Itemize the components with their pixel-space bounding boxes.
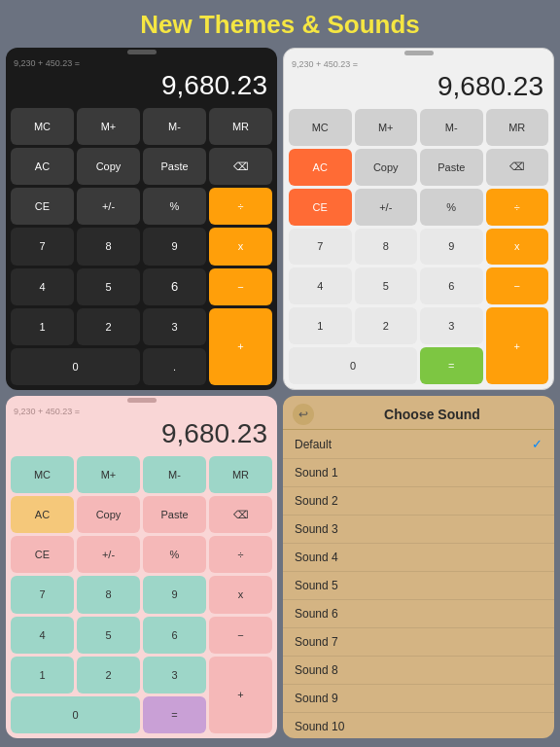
pink-6[interactable]: 6 bbox=[143, 617, 206, 654]
light-ce[interactable]: CE bbox=[289, 189, 352, 226]
sound-item-3[interactable]: Sound 3 bbox=[283, 516, 554, 544]
pink-4[interactable]: 4 bbox=[11, 617, 74, 654]
pink-3[interactable]: 3 bbox=[143, 657, 206, 694]
light-plus-minus[interactable]: +/- bbox=[355, 189, 418, 226]
pink-mc[interactable]: MC bbox=[11, 456, 74, 493]
dark-mr[interactable]: MR bbox=[209, 108, 272, 145]
sound-item-8[interactable]: Sound 8 bbox=[283, 657, 554, 685]
dark-plus-minus[interactable]: +/- bbox=[77, 188, 140, 225]
pink-multiply[interactable]: x bbox=[209, 576, 272, 613]
dark-7[interactable]: 7 bbox=[11, 228, 74, 265]
light-percent[interactable]: % bbox=[420, 189, 483, 226]
dark-6[interactable]: 6 bbox=[143, 268, 206, 305]
light-7[interactable]: 7 bbox=[289, 229, 352, 266]
dark-plus[interactable]: + bbox=[209, 308, 272, 385]
dark-3[interactable]: 3 bbox=[143, 308, 206, 345]
dark-backspace[interactable]: ⌫ bbox=[209, 148, 272, 185]
pink-5[interactable]: 5 bbox=[77, 617, 140, 654]
sound-back-button[interactable]: ↩ bbox=[293, 404, 314, 425]
dark-minus[interactable]: − bbox=[209, 268, 272, 305]
light-mc[interactable]: MC bbox=[289, 109, 352, 146]
pink-2[interactable]: 2 bbox=[77, 657, 140, 694]
dark-5[interactable]: 5 bbox=[77, 268, 140, 305]
pink-divide[interactable]: ÷ bbox=[209, 536, 272, 573]
sound-item-label: Sound 1 bbox=[295, 466, 338, 480]
pink-plus-minus[interactable]: +/- bbox=[77, 536, 140, 573]
dark-expression: 9,230 + 450.23 = bbox=[6, 54, 277, 70]
pink-mr[interactable]: MR bbox=[209, 456, 272, 493]
dark-paste[interactable]: Paste bbox=[143, 148, 206, 185]
dark-ac[interactable]: AC bbox=[11, 148, 74, 185]
light-backspace[interactable]: ⌫ bbox=[486, 149, 549, 186]
sound-item-10[interactable]: Sound 10 bbox=[283, 713, 554, 738]
pink-minus[interactable]: − bbox=[209, 617, 272, 654]
light-mr[interactable]: MR bbox=[486, 109, 549, 146]
sound-item-9[interactable]: Sound 9 bbox=[283, 685, 554, 713]
dark-ce[interactable]: CE bbox=[11, 188, 74, 225]
light-m-minus[interactable]: M- bbox=[420, 109, 483, 146]
dark-divide[interactable]: ÷ bbox=[209, 188, 272, 225]
light-9[interactable]: 9 bbox=[420, 229, 483, 266]
light-2[interactable]: 2 bbox=[355, 307, 418, 344]
dark-1[interactable]: 1 bbox=[11, 308, 74, 345]
pink-copy[interactable]: Copy bbox=[77, 496, 140, 533]
pink-m-minus[interactable]: M- bbox=[143, 456, 206, 493]
pink-equals[interactable]: = bbox=[143, 696, 206, 733]
pink-0[interactable]: 0 bbox=[11, 696, 140, 733]
dark-m-plus[interactable]: M+ bbox=[77, 108, 140, 145]
light-minus[interactable]: − bbox=[486, 267, 549, 304]
pink-calculator: 9,230 + 450.23 = 9,680.23 MC M+ M- MR AC… bbox=[6, 396, 277, 738]
sound-item-2[interactable]: Sound 2 bbox=[283, 487, 554, 516]
dark-9[interactable]: 9 bbox=[143, 228, 206, 265]
dark-m-minus[interactable]: M- bbox=[143, 108, 206, 145]
sound-item-label: Sound 6 bbox=[295, 607, 338, 621]
pink-7[interactable]: 7 bbox=[11, 576, 74, 613]
pink-ce[interactable]: CE bbox=[11, 536, 74, 573]
pink-1[interactable]: 1 bbox=[11, 657, 74, 694]
light-ac[interactable]: AC bbox=[289, 149, 352, 186]
light-0[interactable]: 0 bbox=[289, 347, 417, 384]
light-divide[interactable]: ÷ bbox=[486, 189, 549, 226]
light-1[interactable]: 1 bbox=[289, 307, 352, 344]
sound-item-0[interactable]: Default✓ bbox=[283, 430, 554, 459]
pink-ac[interactable]: AC bbox=[11, 496, 74, 533]
pink-8[interactable]: 8 bbox=[77, 576, 140, 613]
light-m-plus[interactable]: M+ bbox=[355, 109, 418, 146]
light-plus[interactable]: + bbox=[486, 307, 549, 384]
pink-m-plus[interactable]: M+ bbox=[77, 456, 140, 493]
sound-item-1[interactable]: Sound 1 bbox=[283, 459, 554, 487]
dark-4[interactable]: 4 bbox=[11, 268, 74, 305]
pink-backspace[interactable]: ⌫ bbox=[209, 496, 272, 533]
sound-item-5[interactable]: Sound 5 bbox=[283, 572, 554, 600]
light-copy[interactable]: Copy bbox=[355, 149, 418, 186]
sound-item-label: Sound 4 bbox=[295, 551, 338, 564]
light-expression: 9,230 + 450.23 = bbox=[284, 55, 553, 71]
dark-percent[interactable]: % bbox=[143, 188, 206, 225]
pink-9[interactable]: 9 bbox=[143, 576, 206, 613]
sound-item-6[interactable]: Sound 6 bbox=[283, 600, 554, 628]
dark-decimal[interactable]: . bbox=[143, 348, 206, 385]
sound-item-7[interactable]: Sound 7 bbox=[283, 628, 554, 657]
light-paste[interactable]: Paste bbox=[420, 149, 483, 186]
dark-multiply[interactable]: x bbox=[209, 228, 272, 265]
light-4[interactable]: 4 bbox=[289, 267, 352, 304]
light-5[interactable]: 5 bbox=[355, 267, 418, 304]
dark-mc[interactable]: MC bbox=[11, 108, 74, 145]
pink-percent[interactable]: % bbox=[143, 536, 206, 573]
sound-item-label: Sound 9 bbox=[295, 692, 338, 705]
light-equals[interactable]: = bbox=[420, 347, 483, 384]
light-multiply[interactable]: x bbox=[486, 229, 549, 266]
sound-item-label: Sound 3 bbox=[295, 522, 338, 536]
sound-item-4[interactable]: Sound 4 bbox=[283, 544, 554, 572]
light-6[interactable]: 6 bbox=[420, 267, 483, 304]
light-8[interactable]: 8 bbox=[355, 229, 418, 266]
pink-plus[interactable]: + bbox=[209, 657, 272, 733]
dark-0[interactable]: 0 bbox=[11, 348, 140, 385]
pink-paste[interactable]: Paste bbox=[143, 496, 206, 533]
dark-8[interactable]: 8 bbox=[77, 228, 140, 265]
light-display: 9,680.23 bbox=[284, 71, 553, 106]
dark-buttons-grid: MC M+ M- MR AC Copy Paste ⌫ CE +/- % ÷ 7… bbox=[6, 105, 277, 390]
dark-copy[interactable]: Copy bbox=[77, 148, 140, 185]
dark-2[interactable]: 2 bbox=[77, 308, 140, 345]
light-3[interactable]: 3 bbox=[420, 307, 483, 344]
